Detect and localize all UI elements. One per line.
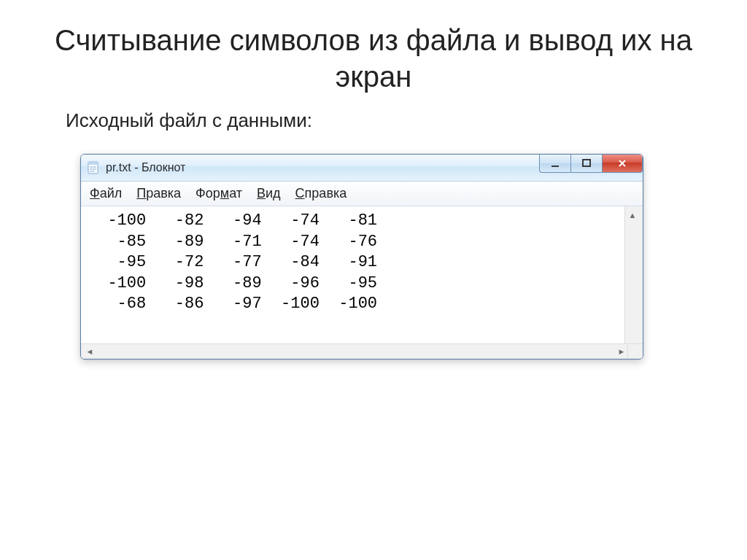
maximize-button[interactable] <box>571 155 603 173</box>
svg-rect-1 <box>88 162 98 165</box>
resize-grip[interactable] <box>627 345 643 358</box>
menu-view[interactable]: Вид <box>257 186 281 201</box>
horizontal-scrollbar[interactable]: ◄ ► <box>81 343 643 359</box>
notepad-window: pr.txt - Блокнот <box>80 154 643 359</box>
scroll-left-icon[interactable]: ◄ <box>84 346 96 357</box>
window-controls <box>539 155 643 181</box>
slide-subtitle: Исходный файл с данными: <box>66 109 703 132</box>
slide-title: Считывание символов из файла и вывод их … <box>44 22 703 95</box>
svg-rect-5 <box>551 166 559 167</box>
menu-help[interactable]: Справка <box>295 186 347 201</box>
scroll-right-icon[interactable]: ► <box>616 346 627 357</box>
titlebar[interactable]: pr.txt - Блокнот <box>81 155 643 182</box>
minimize-button[interactable] <box>539 155 571 173</box>
menu-format[interactable]: Формат <box>196 186 242 201</box>
svg-rect-6 <box>583 160 590 166</box>
notepad-icon <box>87 161 100 174</box>
menu-file[interactable]: Файл <box>90 186 122 201</box>
scroll-up-icon[interactable]: ▲ <box>627 209 638 221</box>
text-area[interactable]: -100 -82 -94 -74 -81 -85 -89 -71 -74 -76… <box>81 206 624 343</box>
close-button[interactable] <box>603 155 643 173</box>
menubar: Файл Правка Формат Вид Справка <box>81 182 643 206</box>
vertical-scrollbar[interactable]: ▲ <box>624 206 643 343</box>
menu-edit[interactable]: Правка <box>136 186 181 201</box>
window-title: pr.txt - Блокнот <box>106 161 185 174</box>
